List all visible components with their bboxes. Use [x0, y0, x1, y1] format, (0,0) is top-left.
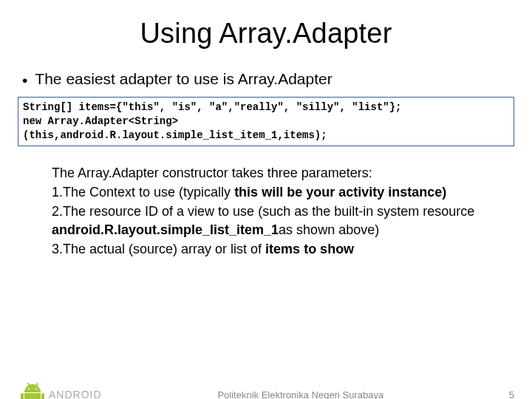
- body-line-2: 2.The resource ID of a view to use (such…: [52, 202, 491, 239]
- android-logo: android: [18, 383, 102, 399]
- footer: android Politeknik Elektronika Negeri Su…: [0, 383, 532, 399]
- slide-title: Using Array.Adapter: [0, 18, 532, 50]
- body-3b: items to show: [265, 242, 354, 256]
- body-2b: android.R.layout.simple_list_item_1: [52, 222, 279, 237]
- slide: Using Array.Adapter • The easiest adapte…: [0, 18, 532, 399]
- footer-institution: Politeknik Elektronika Negeri Surabaya: [102, 389, 499, 400]
- body-line-3: 3.The actual (source) array or list of i…: [52, 240, 491, 258]
- body-text: The Array.Adapter constructor takes thre…: [52, 164, 491, 258]
- android-wordmark: android: [49, 389, 102, 399]
- robot-icon: [22, 383, 43, 399]
- bullet-text: The easiest adapter to use is Array.Adap…: [35, 70, 332, 88]
- body-1b: this will be your activity instance): [234, 185, 446, 200]
- body-line-1: 1.The Context to use (typically this wil…: [52, 183, 491, 201]
- code-block: String[] items={"this", "is", "a","reall…: [18, 97, 514, 146]
- body-3a: 3.The actual (source) array or list of: [52, 242, 265, 256]
- body-2c: as shown above): [279, 222, 379, 237]
- bullet-marker: •: [22, 72, 27, 89]
- bullet-item: • The easiest adapter to use is Array.Ad…: [0, 70, 532, 89]
- page-number: 5: [499, 389, 514, 400]
- body-2a: 2.The resource ID of a view to use (such…: [52, 204, 474, 219]
- body-1a: 1.The Context to use (typically: [52, 185, 234, 200]
- body-intro: The Array.Adapter constructor takes thre…: [52, 164, 491, 182]
